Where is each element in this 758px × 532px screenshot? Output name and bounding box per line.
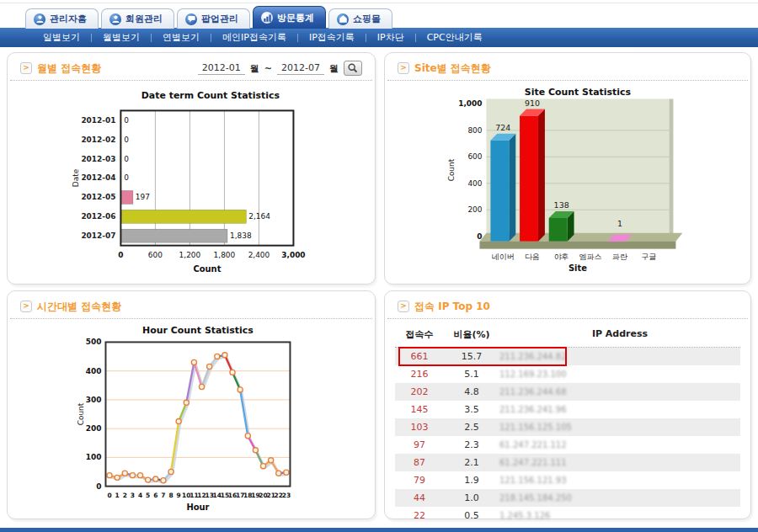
cell-ratio: 2.5: [444, 422, 499, 433]
tab-4[interactable]: 방문통계: [253, 6, 326, 29]
x-tick-label: 3,000: [281, 251, 305, 259]
tab-label: 관리자홈: [50, 13, 87, 25]
highlight-red-box: [398, 347, 567, 366]
data-point-marker: [146, 477, 151, 482]
data-point-marker: [260, 464, 265, 469]
bar: [121, 190, 132, 204]
y-tick-label: 2012-03: [81, 155, 115, 163]
bar-value-label: 138: [554, 200, 569, 210]
tab-label: 방문통계: [277, 12, 314, 24]
data-point-marker: [238, 387, 243, 392]
cell-ratio: 3.5: [444, 404, 499, 415]
nav-link-4[interactable]: 메인IP접속기록: [211, 31, 297, 44]
table-row: 2024.8211.236.244.68: [395, 383, 740, 401]
x-tick-label: 1,200: [179, 251, 201, 259]
table-row: 441.0218.145.184.250: [395, 489, 740, 507]
date-from-input[interactable]: [198, 61, 245, 75]
ip-address-text: 112.169.23.100: [499, 370, 567, 379]
data-point-marker: [284, 470, 289, 475]
cell-ratio: 1.9: [444, 475, 499, 486]
tab-1[interactable]: 관리자홈: [25, 8, 99, 29]
data-point-marker: [168, 469, 173, 474]
site-chart: Site Count Statistics02004006008001,0007…: [385, 85, 750, 279]
ip-address-text: 121.156.121.93: [499, 476, 567, 485]
panel-hourly-access: > 시간대별 접속현황 Hour Count Statistics0100200…: [7, 290, 376, 519]
tab-5[interactable]: 쇼핑몰: [328, 8, 392, 29]
cell-ratio: 1.0: [444, 492, 499, 503]
x-tick-label: 6: [153, 492, 157, 499]
nav-link-1[interactable]: 일별보기: [32, 31, 91, 44]
bar-value-label: 197: [136, 193, 150, 201]
cell-count: 87: [395, 457, 444, 468]
cell-count: 22: [395, 510, 444, 521]
bar: [121, 210, 246, 223]
nav-link-3[interactable]: 연별보기: [152, 31, 211, 44]
search-button[interactable]: [344, 61, 362, 76]
x-tick-label: 5: [146, 492, 150, 499]
data-point-marker: [161, 478, 166, 483]
cell-ip-address: 218.145.184.250: [499, 493, 740, 503]
nav-link-7[interactable]: CPC안내기록: [416, 31, 494, 44]
panel-site-header: > Site별 접속현황: [387, 53, 748, 81]
cell-count: 216: [395, 369, 444, 380]
nav-link-6[interactable]: IP차단: [366, 31, 415, 44]
ip-table-header: 접속수 비율(%) IP Address: [395, 322, 740, 348]
bar-value-label: 724: [495, 123, 510, 132]
bar-value-label: 0: [124, 155, 129, 163]
ip-address-text: 61.247.221.112: [499, 440, 567, 450]
x-axis-label: Hour: [186, 503, 209, 513]
cell-ip-address: 112.169.23.100: [499, 370, 740, 379]
cell-count: 79: [395, 475, 444, 486]
table-row: 1453.5211.236.241.96: [395, 401, 740, 418]
cell-ratio: 2.3: [444, 439, 499, 450]
panel-title: 접속 IP Top 10: [414, 300, 490, 314]
bar-value-label: 0: [124, 174, 129, 183]
x-tick-label: 파란: [612, 253, 627, 261]
popup-icon: [185, 13, 197, 25]
y-tick-label: 200: [86, 424, 102, 433]
bar-value-label: 1,838: [230, 231, 252, 240]
bar: [121, 229, 227, 242]
chart-title: Hour Count Statistics: [142, 325, 254, 336]
main-tab-bar: 관리자홈회원관리팝업관리방문통계쇼핑몰: [25, 6, 392, 29]
ip-address-text: 1.245.3.126: [499, 511, 550, 520]
nav-link-5[interactable]: IP접속기록: [298, 31, 366, 44]
y-tick-label: 500: [86, 338, 102, 346]
y-tick-label: 2012-04: [81, 174, 115, 183]
y-tick-label: 400: [467, 179, 482, 188]
bar-value-label: 1: [617, 219, 622, 228]
cell-ip-address: 211.236.241.96: [499, 405, 740, 414]
y-tick-label: 300: [86, 396, 102, 404]
tab-3[interactable]: 팝업관리: [177, 8, 250, 29]
base-platform-front: [479, 242, 675, 249]
table-row: 791.9121.156.121.93: [395, 471, 740, 489]
x-tick-label: 구글: [642, 253, 657, 261]
sub-nav-bar: 일별보기월별보기연별보기메인IP접속기록IP접속기록IP차단CPC안내기록: [0, 28, 758, 47]
cell-count: 145: [395, 404, 444, 415]
bar-side: [538, 109, 545, 242]
x-axis-label: Site: [568, 263, 587, 273]
monthly-chart: Date term Count Statistics2012-0102012-0…: [8, 85, 375, 280]
data-point-marker: [276, 471, 281, 476]
data-point-marker: [230, 370, 235, 375]
data-point-marker: [184, 400, 189, 405]
data-point-marker: [130, 473, 135, 478]
y-tick-label: 0: [477, 232, 482, 241]
ip-address-text: 61.247.221.111: [499, 458, 567, 467]
data-point-marker: [115, 475, 120, 480]
date-to-input[interactable]: [277, 61, 324, 75]
tab-2[interactable]: 회원관리: [101, 8, 174, 29]
x-tick-label: 0: [107, 492, 111, 499]
month-label: 월: [329, 62, 339, 75]
y-axis-label: Date: [72, 168, 80, 187]
month-label: 월: [250, 62, 259, 75]
y-tick-label: 800: [467, 126, 482, 135]
table-row: 1032.5121.156.125.105: [395, 418, 740, 436]
y-tick-label: 600: [467, 152, 482, 161]
x-tick-label: 야후: [554, 253, 569, 261]
ip-table: 접속수 비율(%) IP Address 66115.7211.236.244.…: [395, 322, 740, 529]
nav-link-2[interactable]: 월별보기: [92, 31, 151, 44]
top-divider: [0, 3, 758, 3]
panel-title: 월별 접속현황: [37, 61, 101, 76]
x-tick-label: 4: [138, 492, 142, 499]
